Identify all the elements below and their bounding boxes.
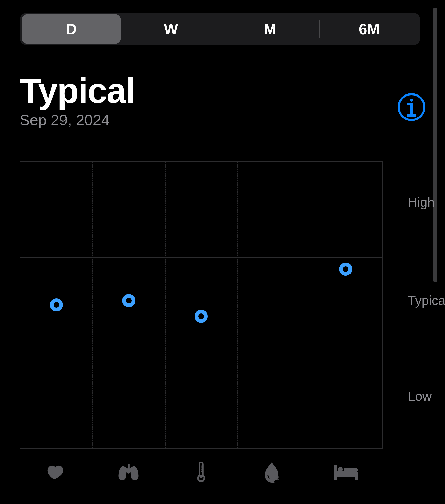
segment-label: M [264, 20, 276, 38]
thermometer-icon [196, 462, 206, 483]
metric-heart[interactable] [20, 462, 92, 483]
time-range-segmented: D W M 6M [20, 13, 420, 45]
info-icon [410, 99, 413, 102]
vitals-chart[interactable]: High Typical Low [20, 161, 383, 449]
metric-oxygen[interactable]: 2 [237, 462, 310, 483]
metric-sleep[interactable] [310, 462, 383, 483]
chart-point[interactable] [339, 263, 352, 276]
info-button[interactable] [398, 93, 425, 121]
chart-points [20, 162, 382, 448]
chart-point[interactable] [195, 310, 208, 323]
y-axis-label-typical: Typical [408, 293, 445, 308]
chart-point[interactable] [122, 294, 135, 307]
scrollbar[interactable] [433, 8, 437, 282]
chart-point[interactable] [50, 298, 63, 311]
segment-week[interactable]: W [121, 14, 221, 44]
svg-text:2: 2 [276, 475, 279, 481]
metric-icons-row: 2 [20, 462, 383, 483]
date-label: Sep 29, 2024 [20, 111, 135, 129]
lungs-icon [117, 464, 140, 481]
y-axis-label-high: High [408, 195, 435, 210]
segment-label: D [66, 20, 77, 38]
segment-label: 6M [359, 20, 380, 38]
bed-icon [334, 465, 358, 480]
segment-day[interactable]: D [22, 14, 121, 44]
segment-six-month[interactable]: 6M [320, 14, 419, 44]
heart-icon [47, 464, 65, 481]
segment-month[interactable]: M [220, 14, 320, 44]
status-title: Typical [20, 73, 135, 108]
oxygen-icon: 2 [264, 462, 283, 483]
y-axis-label-low: Low [408, 389, 432, 404]
metric-temperature[interactable] [165, 462, 237, 483]
segment-label: W [164, 20, 178, 38]
metric-respiratory[interactable] [92, 462, 165, 483]
